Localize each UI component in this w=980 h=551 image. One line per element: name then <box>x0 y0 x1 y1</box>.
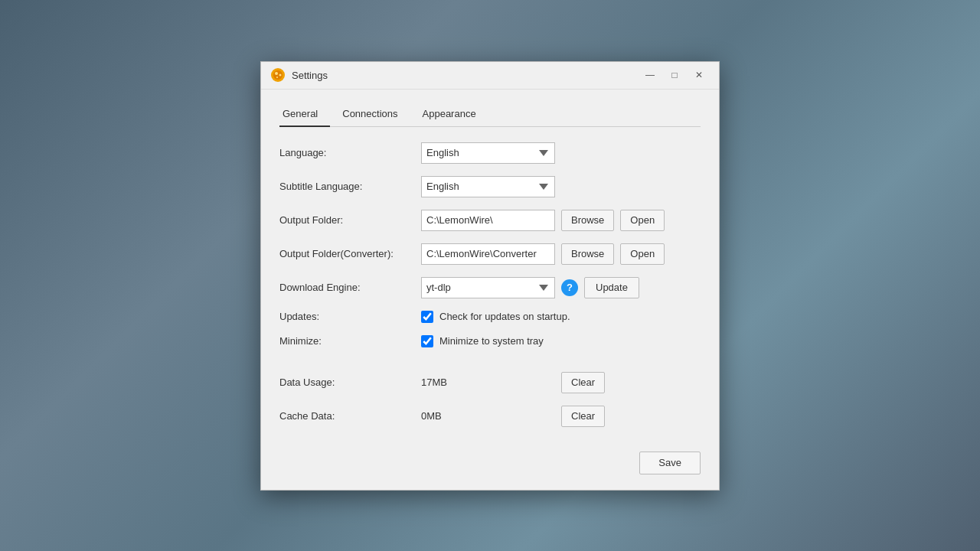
download-engine-row: Download Engine: yt-dlp youtube-dl ? Upd… <box>279 277 701 298</box>
data-usage-control: 17MB Clear <box>421 372 701 393</box>
update-button[interactable]: Update <box>584 277 639 298</box>
output-folder-converter-row: Output Folder(Converter): Browse Open <box>279 243 701 265</box>
output-folder-input[interactable] <box>421 210 555 231</box>
download-engine-select[interactable]: yt-dlp youtube-dl <box>421 277 555 298</box>
updates-checkbox-label: Check for updates on startup. <box>439 311 570 322</box>
app-icon <box>270 67 286 83</box>
minimize-row: Minimize: Minimize to system tray <box>279 335 701 347</box>
output-folder-row: Output Folder: Browse Open <box>279 210 701 231</box>
maximize-button[interactable]: □ <box>664 67 685 83</box>
download-engine-control: yt-dlp youtube-dl ? Update <box>421 277 701 298</box>
svg-point-2 <box>275 72 278 75</box>
data-usage-row: Data Usage: 17MB Clear <box>279 372 701 393</box>
minimize-control: Minimize to system tray <box>421 335 701 347</box>
cache-data-control: 0MB Clear <box>421 406 701 427</box>
language-select[interactable]: English Spanish French <box>421 142 555 164</box>
updates-checkbox-row: Check for updates on startup. <box>421 311 570 323</box>
output-folder-converter-input[interactable] <box>421 243 555 265</box>
titlebar: Settings — □ ✕ <box>261 62 719 90</box>
tab-connections[interactable]: Connections <box>339 102 410 127</box>
close-button[interactable]: ✕ <box>688 67 710 83</box>
subtitle-language-row: Subtitle Language: English Spanish Frenc… <box>279 176 701 197</box>
svg-point-3 <box>279 74 282 77</box>
subtitle-language-select[interactable]: English Spanish French <box>421 176 555 197</box>
save-button[interactable]: Save <box>639 452 701 474</box>
output-folder-converter-open-button[interactable]: Open <box>620 243 665 265</box>
tab-bar: General Connections Appearance <box>279 102 701 127</box>
updates-checkbox[interactable] <box>421 311 433 323</box>
language-label: Language: <box>279 147 421 158</box>
footer: Save <box>279 445 701 474</box>
data-usage-clear-button[interactable]: Clear <box>561 372 605 393</box>
data-usage-value: 17MB <box>421 377 555 388</box>
subtitle-language-control: English Spanish French <box>421 176 701 197</box>
minimize-checkbox-row: Minimize to system tray <box>421 335 544 347</box>
output-folder-converter-control: Browse Open <box>421 243 701 265</box>
updates-row: Updates: Check for updates on startup. <box>279 311 701 323</box>
window-title: Settings <box>292 70 639 81</box>
svg-point-4 <box>276 77 278 78</box>
cache-data-clear-button[interactable]: Clear <box>561 406 605 427</box>
output-folder-converter-browse-button[interactable]: Browse <box>561 243 614 265</box>
output-folder-converter-label: Output Folder(Converter): <box>279 248 421 259</box>
language-control: English Spanish French <box>421 142 701 164</box>
subtitle-language-label: Subtitle Language: <box>279 181 421 192</box>
tab-appearance[interactable]: Appearance <box>420 102 488 127</box>
minimize-checkbox[interactable] <box>421 335 433 347</box>
output-folder-browse-button[interactable]: Browse <box>561 210 614 231</box>
updates-control: Check for updates on startup. <box>421 311 701 323</box>
minimize-label: Minimize: <box>279 335 421 347</box>
language-row: Language: English Spanish French <box>279 142 701 164</box>
cache-data-label: Cache Data: <box>279 410 421 422</box>
tab-general[interactable]: General <box>279 102 330 127</box>
cache-data-value: 0MB <box>421 410 555 422</box>
cache-data-row: Cache Data: 0MB Clear <box>279 406 701 427</box>
download-engine-label: Download Engine: <box>279 282 421 293</box>
window-controls: — □ ✕ <box>639 67 710 83</box>
data-usage-label: Data Usage: <box>279 377 421 388</box>
output-folder-control: Browse Open <box>421 210 701 231</box>
output-folder-label: Output Folder: <box>279 214 421 226</box>
help-icon[interactable]: ? <box>561 279 578 296</box>
minimize-button[interactable]: — <box>639 67 661 83</box>
window-content: General Connections Appearance Language:… <box>261 90 719 490</box>
updates-label: Updates: <box>279 311 421 322</box>
minimize-checkbox-label: Minimize to system tray <box>439 335 544 347</box>
settings-window: Settings — □ ✕ General Connections Appea… <box>260 61 720 491</box>
output-folder-open-button[interactable]: Open <box>620 210 665 231</box>
